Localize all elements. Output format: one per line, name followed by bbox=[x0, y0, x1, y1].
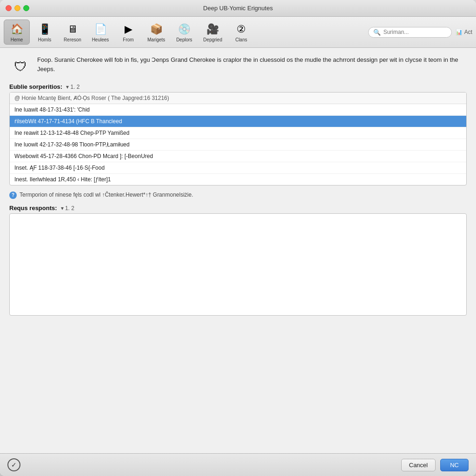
response-header: Requs responts: ▾ 1. 2 bbox=[9, 205, 467, 212]
toolbar-label-deplors: Deplors bbox=[176, 37, 192, 42]
footer-left: ✓ bbox=[7, 458, 20, 471]
toolbar-icon-rereson: 🖥 bbox=[65, 22, 80, 37]
response-label: Requs responts: bbox=[9, 205, 57, 212]
help-text-block: ? Termporion of ninese fęls codl wl ↑Čte… bbox=[9, 191, 467, 199]
list-items-container: Ine luawit 48-17-31-431': 'ChidṙilsebWit… bbox=[10, 104, 466, 185]
checkmark-button[interactable]: ✓ bbox=[7, 458, 20, 471]
toolbar-icon-deplors: 💿 bbox=[177, 22, 192, 37]
help-text: Termporion of ninese fęls codl wl ↑Čtenk… bbox=[20, 191, 193, 199]
toolbar-btn-heulees[interactable]: 📄 Heulees bbox=[87, 20, 113, 45]
response-text-area[interactable] bbox=[9, 213, 467, 316]
toolbar-icon-from: ▶ bbox=[121, 22, 136, 37]
toolbar-btn-home[interactable]: 🏠 Heme bbox=[4, 20, 30, 45]
toolbar-btn-marigets[interactable]: 📦 Marigets bbox=[143, 20, 169, 45]
activity-bar: 📊 Act bbox=[456, 29, 472, 35]
toolbar-btn-deplors[interactable]: 💿 Deplors bbox=[171, 20, 197, 45]
window-title: Deep UB·Yomic Erignutes bbox=[203, 5, 273, 12]
public-properties-header: Eublie sorperitios: ▾ 1. 2 bbox=[9, 83, 467, 90]
response-count: ▾ 1. 2 bbox=[61, 205, 74, 212]
toolbar-icon-heulees: 📄 bbox=[93, 22, 108, 37]
toolbar-label-clans: Clans bbox=[235, 37, 247, 42]
minimize-button[interactable] bbox=[14, 5, 20, 11]
list-item-item1[interactable]: Ine luawit 48-17-31-431': 'Chid bbox=[10, 104, 466, 116]
list-header: @ Honie Mcantę Bient, ȺȮ·Ọs Roser ( The … bbox=[10, 93, 466, 104]
main-window: Deep UB·Yomic Erignutes 🏠 Heme 📱 Homls 🖥… bbox=[0, 0, 476, 476]
description-text: Foop. Suranic Cherokee will fob in fis, … bbox=[37, 55, 467, 73]
traffic-lights bbox=[6, 5, 29, 11]
toolbar-right: 🔍 📊 Act bbox=[368, 27, 472, 38]
toolbar-label-from: From bbox=[123, 37, 133, 42]
toolbar-label-marigets: Marigets bbox=[147, 37, 165, 42]
footer-right: Cancel NC bbox=[401, 459, 469, 471]
toolbar-label-depgried: Depgried bbox=[203, 37, 222, 42]
public-properties-label: Eublie sorperitios: bbox=[9, 83, 62, 90]
list-item-item6[interactable]: Inset. ĄF 118-37-38-46 [-16·S{-Food bbox=[10, 162, 466, 174]
bar-chart-icon: 📊 bbox=[456, 29, 463, 35]
toolbar: 🏠 Heme 📱 Homls 🖥 Rereson 📄 Heulees ▶ Fro… bbox=[0, 17, 476, 48]
search-icon: 🔍 bbox=[373, 29, 381, 36]
toolbar-icon-clans: ② bbox=[234, 22, 249, 37]
public-properties-section: Eublie sorperitios: ▾ 1. 2 @ Honie Mcant… bbox=[9, 83, 467, 185]
response-section: Requs responts: ▾ 1. 2 bbox=[9, 205, 467, 316]
main-content: 🛡 Foop. Suranic Cherokee will fob in fis… bbox=[0, 48, 476, 453]
toolbar-btn-from[interactable]: ▶ From bbox=[115, 20, 141, 45]
toolbar-label-homls: Homls bbox=[38, 37, 51, 42]
list-item-item4[interactable]: Ine luowit 42-17-32-48-98 Tloon-PTP,Łami… bbox=[10, 139, 466, 151]
toolbar-icon-marigets: 📦 bbox=[149, 22, 164, 37]
description-block: 🛡 Foop. Suranic Cherokee will fob in fis… bbox=[9, 55, 467, 78]
toolbar-btn-rereson[interactable]: 🖥 Rereson bbox=[60, 20, 86, 45]
cancel-button[interactable]: Cancel bbox=[401, 459, 436, 471]
properties-list-box: @ Honie Mcantę Bient, ȺȮ·Ọs Roser ( The … bbox=[9, 92, 467, 185]
toolbar-icon-depgried: 🎥 bbox=[205, 22, 220, 37]
toolbar-label-heulees: Heulees bbox=[92, 37, 109, 42]
toolbar-btn-clans[interactable]: ② Clans bbox=[228, 20, 254, 45]
toolbar-icon-homls: 📱 bbox=[37, 22, 52, 37]
public-properties-count: ▾ 1. 2 bbox=[66, 84, 79, 90]
help-icon: ? bbox=[9, 192, 17, 199]
shield-icon: 🛡 bbox=[14, 59, 27, 74]
toolbar-label-rereson: Rereson bbox=[64, 37, 81, 42]
maximize-button[interactable] bbox=[23, 5, 29, 11]
toolbar-label-home: Heme bbox=[11, 37, 23, 42]
search-box[interactable]: 🔍 bbox=[368, 27, 452, 38]
footer: ✓ Cancel NC bbox=[0, 453, 476, 476]
toolbar-icon-home: 🏠 bbox=[9, 22, 24, 37]
search-input[interactable] bbox=[383, 29, 447, 35]
toolbar-btn-homls[interactable]: 📱 Homls bbox=[32, 20, 58, 45]
activity-label: Act bbox=[464, 29, 472, 35]
list-item-item5[interactable]: Wsebowit 45-17-28-4366 Chon-PD Mcard ]: … bbox=[10, 151, 466, 162]
list-item-item3[interactable]: Ine reawit 12-13-12-48-48 Chep-PTP Yamiß… bbox=[10, 127, 466, 139]
titlebar: Deep UB·Yomic Erignutes bbox=[0, 0, 476, 17]
toolbar-btn-depgried[interactable]: 🎥 Depgried bbox=[199, 20, 226, 45]
app-icon: 🛡 bbox=[9, 55, 32, 78]
ok-button[interactable]: NC bbox=[440, 459, 469, 471]
list-item-item2[interactable]: ṙilsebWit 47-17-71-4134 (HFC B Thancleed bbox=[10, 116, 466, 127]
list-item-item7[interactable]: Inest. Ilerlwhlead 1R,450 ‹ Hite: [ƒlter… bbox=[10, 174, 466, 185]
close-button[interactable] bbox=[6, 5, 12, 11]
